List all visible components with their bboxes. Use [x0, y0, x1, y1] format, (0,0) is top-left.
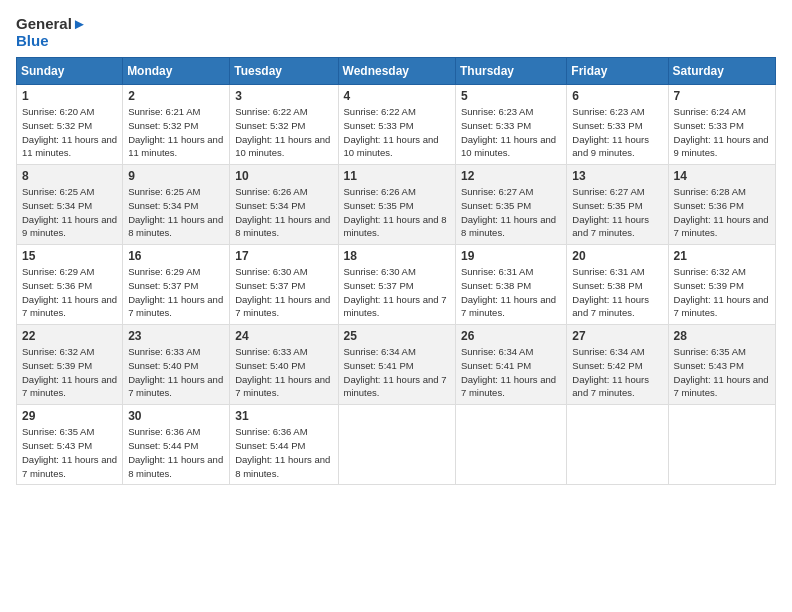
- day-number: 12: [461, 169, 561, 183]
- header-saturday: Saturday: [668, 58, 775, 85]
- day-number: 7: [674, 89, 770, 103]
- day-number: 10: [235, 169, 332, 183]
- day-number: 15: [22, 249, 117, 263]
- day-info: Sunrise: 6:27 AMSunset: 5:35 PMDaylight:…: [572, 185, 662, 240]
- header-tuesday: Tuesday: [230, 58, 338, 85]
- calendar-cell: 3Sunrise: 6:22 AMSunset: 5:32 PMDaylight…: [230, 85, 338, 165]
- day-info: Sunrise: 6:20 AMSunset: 5:32 PMDaylight:…: [22, 105, 117, 160]
- day-number: 14: [674, 169, 770, 183]
- day-info: Sunrise: 6:22 AMSunset: 5:33 PMDaylight:…: [344, 105, 450, 160]
- day-number: 17: [235, 249, 332, 263]
- day-number: 8: [22, 169, 117, 183]
- calendar-cell: 5Sunrise: 6:23 AMSunset: 5:33 PMDaylight…: [455, 85, 566, 165]
- calendar-body: 1Sunrise: 6:20 AMSunset: 5:32 PMDaylight…: [17, 85, 776, 485]
- day-info: Sunrise: 6:31 AMSunset: 5:38 PMDaylight:…: [461, 265, 561, 320]
- day-info: Sunrise: 6:32 AMSunset: 5:39 PMDaylight:…: [674, 265, 770, 320]
- header-thursday: Thursday: [455, 58, 566, 85]
- calendar-cell: 21Sunrise: 6:32 AMSunset: 5:39 PMDayligh…: [668, 245, 775, 325]
- calendar-cell: 11Sunrise: 6:26 AMSunset: 5:35 PMDayligh…: [338, 165, 455, 245]
- day-number: 27: [572, 329, 662, 343]
- calendar-cell: 24Sunrise: 6:33 AMSunset: 5:40 PMDayligh…: [230, 325, 338, 405]
- day-info: Sunrise: 6:36 AMSunset: 5:44 PMDaylight:…: [128, 425, 224, 480]
- day-number: 9: [128, 169, 224, 183]
- day-info: Sunrise: 6:29 AMSunset: 5:36 PMDaylight:…: [22, 265, 117, 320]
- day-number: 2: [128, 89, 224, 103]
- calendar-cell: 27Sunrise: 6:34 AMSunset: 5:42 PMDayligh…: [567, 325, 668, 405]
- day-info: Sunrise: 6:25 AMSunset: 5:34 PMDaylight:…: [128, 185, 224, 240]
- day-number: 31: [235, 409, 332, 423]
- calendar-table: SundayMondayTuesdayWednesdayThursdayFrid…: [16, 57, 776, 485]
- day-number: 13: [572, 169, 662, 183]
- calendar-cell: 26Sunrise: 6:34 AMSunset: 5:41 PMDayligh…: [455, 325, 566, 405]
- day-number: 30: [128, 409, 224, 423]
- calendar-cell: 7Sunrise: 6:24 AMSunset: 5:33 PMDaylight…: [668, 85, 775, 165]
- day-info: Sunrise: 6:22 AMSunset: 5:32 PMDaylight:…: [235, 105, 332, 160]
- day-number: 23: [128, 329, 224, 343]
- calendar-cell: 18Sunrise: 6:30 AMSunset: 5:37 PMDayligh…: [338, 245, 455, 325]
- day-number: 16: [128, 249, 224, 263]
- calendar-cell: 20Sunrise: 6:31 AMSunset: 5:38 PMDayligh…: [567, 245, 668, 325]
- calendar-cell: 6Sunrise: 6:23 AMSunset: 5:33 PMDaylight…: [567, 85, 668, 165]
- day-number: 3: [235, 89, 332, 103]
- logo: General► Blue: [16, 16, 87, 49]
- day-info: Sunrise: 6:31 AMSunset: 5:38 PMDaylight:…: [572, 265, 662, 320]
- day-info: Sunrise: 6:33 AMSunset: 5:40 PMDaylight:…: [235, 345, 332, 400]
- logo-line2: Blue: [16, 33, 49, 50]
- week-row-2: 8Sunrise: 6:25 AMSunset: 5:34 PMDaylight…: [17, 165, 776, 245]
- day-info: Sunrise: 6:27 AMSunset: 5:35 PMDaylight:…: [461, 185, 561, 240]
- calendar-cell: 16Sunrise: 6:29 AMSunset: 5:37 PMDayligh…: [123, 245, 230, 325]
- day-info: Sunrise: 6:25 AMSunset: 5:34 PMDaylight:…: [22, 185, 117, 240]
- day-info: Sunrise: 6:24 AMSunset: 5:33 PMDaylight:…: [674, 105, 770, 160]
- day-info: Sunrise: 6:26 AMSunset: 5:34 PMDaylight:…: [235, 185, 332, 240]
- header-monday: Monday: [123, 58, 230, 85]
- day-info: Sunrise: 6:34 AMSunset: 5:41 PMDaylight:…: [461, 345, 561, 400]
- day-number: 11: [344, 169, 450, 183]
- calendar-cell: 17Sunrise: 6:30 AMSunset: 5:37 PMDayligh…: [230, 245, 338, 325]
- calendar-cell: 22Sunrise: 6:32 AMSunset: 5:39 PMDayligh…: [17, 325, 123, 405]
- calendar-cell: [668, 405, 775, 485]
- calendar-cell: 29Sunrise: 6:35 AMSunset: 5:43 PMDayligh…: [17, 405, 123, 485]
- day-info: Sunrise: 6:30 AMSunset: 5:37 PMDaylight:…: [344, 265, 450, 320]
- calendar-cell: [338, 405, 455, 485]
- calendar-cell: [567, 405, 668, 485]
- calendar-cell: [455, 405, 566, 485]
- day-number: 22: [22, 329, 117, 343]
- day-number: 1: [22, 89, 117, 103]
- header-sunday: Sunday: [17, 58, 123, 85]
- calendar-cell: 30Sunrise: 6:36 AMSunset: 5:44 PMDayligh…: [123, 405, 230, 485]
- day-number: 4: [344, 89, 450, 103]
- day-number: 5: [461, 89, 561, 103]
- day-info: Sunrise: 6:23 AMSunset: 5:33 PMDaylight:…: [572, 105, 662, 160]
- week-row-4: 22Sunrise: 6:32 AMSunset: 5:39 PMDayligh…: [17, 325, 776, 405]
- calendar-cell: 9Sunrise: 6:25 AMSunset: 5:34 PMDaylight…: [123, 165, 230, 245]
- calendar-cell: 8Sunrise: 6:25 AMSunset: 5:34 PMDaylight…: [17, 165, 123, 245]
- day-number: 28: [674, 329, 770, 343]
- day-number: 20: [572, 249, 662, 263]
- calendar-cell: 12Sunrise: 6:27 AMSunset: 5:35 PMDayligh…: [455, 165, 566, 245]
- header-row-days: SundayMondayTuesdayWednesdayThursdayFrid…: [17, 58, 776, 85]
- day-number: 25: [344, 329, 450, 343]
- logo-text-block: General► Blue: [16, 16, 87, 49]
- calendar-cell: 14Sunrise: 6:28 AMSunset: 5:36 PMDayligh…: [668, 165, 775, 245]
- week-row-3: 15Sunrise: 6:29 AMSunset: 5:36 PMDayligh…: [17, 245, 776, 325]
- day-info: Sunrise: 6:21 AMSunset: 5:32 PMDaylight:…: [128, 105, 224, 160]
- calendar-cell: 28Sunrise: 6:35 AMSunset: 5:43 PMDayligh…: [668, 325, 775, 405]
- day-number: 26: [461, 329, 561, 343]
- day-info: Sunrise: 6:35 AMSunset: 5:43 PMDaylight:…: [22, 425, 117, 480]
- week-row-5: 29Sunrise: 6:35 AMSunset: 5:43 PMDayligh…: [17, 405, 776, 485]
- day-number: 18: [344, 249, 450, 263]
- day-info: Sunrise: 6:36 AMSunset: 5:44 PMDaylight:…: [235, 425, 332, 480]
- calendar-cell: 19Sunrise: 6:31 AMSunset: 5:38 PMDayligh…: [455, 245, 566, 325]
- header-row: General► Blue: [16, 16, 776, 49]
- logo-line1: General►: [16, 16, 87, 33]
- week-row-1: 1Sunrise: 6:20 AMSunset: 5:32 PMDaylight…: [17, 85, 776, 165]
- day-number: 24: [235, 329, 332, 343]
- day-info: Sunrise: 6:29 AMSunset: 5:37 PMDaylight:…: [128, 265, 224, 320]
- day-info: Sunrise: 6:34 AMSunset: 5:42 PMDaylight:…: [572, 345, 662, 400]
- calendar-cell: 31Sunrise: 6:36 AMSunset: 5:44 PMDayligh…: [230, 405, 338, 485]
- calendar-cell: 10Sunrise: 6:26 AMSunset: 5:34 PMDayligh…: [230, 165, 338, 245]
- day-info: Sunrise: 6:23 AMSunset: 5:33 PMDaylight:…: [461, 105, 561, 160]
- day-info: Sunrise: 6:33 AMSunset: 5:40 PMDaylight:…: [128, 345, 224, 400]
- day-info: Sunrise: 6:30 AMSunset: 5:37 PMDaylight:…: [235, 265, 332, 320]
- day-info: Sunrise: 6:32 AMSunset: 5:39 PMDaylight:…: [22, 345, 117, 400]
